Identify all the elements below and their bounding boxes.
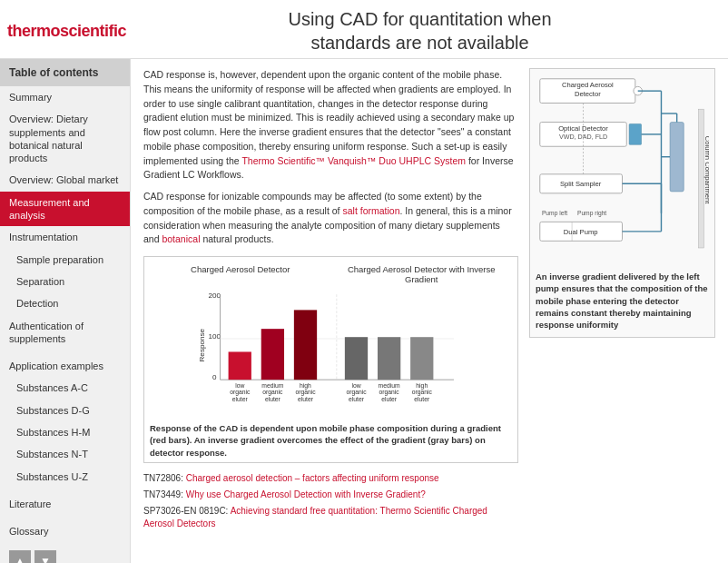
references: TN72806: Charged aerosol detection – fac… (143, 472, 518, 530)
sidebar-item-authentication[interactable]: Authentication of supplements (0, 315, 130, 351)
svg-text:medium: medium (261, 382, 283, 389)
prev-arrow-button[interactable]: ▲ (9, 550, 31, 563)
svg-text:eluter: eluter (414, 396, 430, 402)
svg-text:Split Sampler: Split Sampler (560, 180, 602, 188)
toc-header: Table of contents (0, 59, 130, 86)
sidebar: Table of contents SummaryOverview: Dieta… (0, 59, 131, 563)
ref-2-id: TN73449: (143, 489, 186, 499)
sidebar-item-glossary[interactable]: Glossary (0, 520, 130, 542)
left-content: CAD response is, however, dependent upon… (143, 68, 518, 554)
salt-formation-link[interactable]: salt formation (342, 205, 399, 216)
right-content: Column Compartment Charged Aerosol Detec… (529, 68, 715, 554)
svg-text:Pump right: Pump right (577, 210, 606, 217)
chart-title-1: Charged Aerosol Detector (153, 264, 328, 284)
sidebar-item-substances-hm[interactable]: Substances H-M (0, 421, 130, 443)
sidebar-item-literature[interactable]: Literature (0, 493, 130, 515)
sidebar-item-substances-uz[interactable]: Substances U-Z (0, 466, 130, 488)
ref-1-link[interactable]: Charged aerosol detection – factors affe… (186, 473, 439, 483)
svg-rect-39 (670, 123, 684, 192)
sidebar-item-app-examples[interactable]: Application examples (0, 355, 130, 377)
svg-text:eluter: eluter (232, 396, 249, 402)
diagram-box: Column Compartment Charged Aerosol Detec… (529, 68, 715, 338)
diagram-caption: An inverse gradient delivered by the lef… (536, 271, 709, 331)
bar-g2-low (345, 337, 368, 380)
chart-area: Charged Aerosol Detector Charged Aerosol… (143, 256, 518, 463)
sidebar-item-overview-global[interactable]: Overview: Global market (0, 169, 130, 191)
sidebar-items: SummaryOverview: Dietary supplements and… (0, 86, 130, 543)
svg-text:eluter: eluter (298, 396, 314, 402)
svg-text:medium: medium (379, 382, 400, 389)
svg-text:eluter: eluter (265, 396, 281, 402)
chart-caption: Response of the CAD is dependent upon mo… (150, 422, 512, 459)
sidebar-item-measurement[interactable]: Measurement and analysis (0, 192, 130, 227)
chart-titles: Charged Aerosol Detector Charged Aerosol… (150, 264, 512, 284)
sidebar-item-substances-nt[interactable]: Substances N-T (0, 443, 130, 465)
svg-rect-27 (699, 109, 704, 248)
main: Table of contents SummaryOverview: Dieta… (0, 59, 728, 563)
sidebar-item-summary[interactable]: Summary (0, 86, 130, 108)
svg-text:low: low (351, 382, 360, 389)
svg-text:Pump left: Pump left (542, 210, 567, 217)
bar-g1-high (294, 310, 317, 380)
chart-title-2: Charged Aerosol Detector with Inverse Gr… (334, 264, 508, 284)
ref-1: TN72806: Charged aerosol detection – fac… (143, 472, 518, 485)
sidebar-item-separation[interactable]: Separation (0, 271, 130, 292)
sidebar-arrows: ▲ ▼ (0, 543, 130, 563)
sidebar-item-substances-ac[interactable]: Substances A-C (0, 377, 130, 399)
bar-g1-medium (261, 329, 284, 380)
svg-text:100: 100 (208, 332, 221, 341)
paragraph-1: CAD response is, however, dependent upon… (143, 68, 518, 183)
svg-text:Dual Pump: Dual Pump (564, 228, 598, 236)
sidebar-item-substances-dg[interactable]: Substances D-G (0, 400, 130, 421)
ref-1-id: TN72806: (143, 473, 186, 483)
header: thermoscientific Using CAD for quantitat… (0, 0, 728, 59)
svg-text:0: 0 (212, 373, 217, 381)
sidebar-item-detection[interactable]: Detection (0, 292, 130, 314)
logo-regular: thermo (7, 22, 60, 40)
bar-g2-medium (378, 337, 400, 380)
system-diagram: Column Compartment Charged Aerosol Detec… (536, 74, 709, 265)
bar-g2-high (410, 337, 433, 380)
ref-3: SP73026-EN 0819C: Achieving standard fre… (143, 505, 518, 530)
svg-text:Charged Aerosol: Charged Aerosol (562, 81, 614, 89)
bar-g1-low (229, 351, 251, 380)
vanquish-link[interactable]: Thermo Scientific™ Vanquish™ Duo UHPLC S… (241, 155, 466, 166)
svg-text:200: 200 (208, 291, 221, 300)
svg-text:Detector: Detector (575, 90, 601, 98)
botanical-link[interactable]: botanical (162, 233, 200, 244)
svg-text:Response: Response (198, 328, 206, 361)
bar-chart: 200 100 0 Response (150, 288, 512, 415)
ref-2-link[interactable]: Why use Charged Aerosol Detection with I… (186, 489, 426, 499)
logo-bold: scientific (60, 22, 126, 40)
page-title-area: Using CAD for quantitation when standard… (126, 7, 713, 54)
ref-3-id: SP73026-EN 0819C: (143, 506, 231, 516)
svg-text:Column Compartment: Column Compartment (703, 136, 709, 204)
svg-rect-35 (629, 123, 641, 144)
svg-text:eluter: eluter (349, 396, 365, 402)
svg-text:low: low (235, 382, 244, 389)
sidebar-item-instrumentation[interactable]: Instrumentation (0, 226, 130, 248)
svg-text:eluter: eluter (381, 396, 398, 402)
logo: thermoscientific (7, 22, 126, 41)
ref-2: TN73449: Why use Charged Aerosol Detecti… (143, 489, 518, 501)
sidebar-item-sample-prep[interactable]: Sample preparation (0, 249, 130, 271)
sidebar-item-overview-dietary[interactable]: Overview: Dietary supplements and botani… (0, 108, 130, 169)
paragraph-2: CAD response for ionizable compounds may… (143, 190, 518, 247)
page-title: Using CAD for quantitation when standard… (144, 7, 695, 54)
content-area: CAD response is, however, dependent upon… (131, 59, 728, 563)
next-arrow-button[interactable]: ▼ (34, 550, 56, 563)
